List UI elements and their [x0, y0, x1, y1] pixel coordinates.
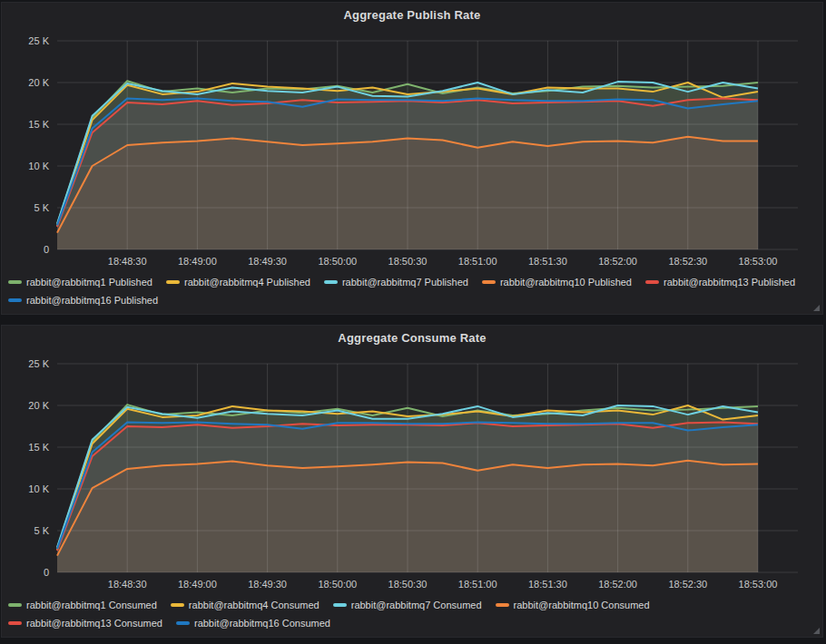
legend-series-swatch-icon [8, 298, 22, 302]
time-series-chart[interactable]: 05 K10 K15 K20 K25 K18:48:3018:49:0018:4… [2, 326, 822, 596]
x-axis-tick-label: 18:50:30 [388, 256, 428, 267]
y-axis-tick-label: 20 K [28, 77, 49, 88]
x-axis-tick-label: 18:49:30 [248, 256, 287, 267]
x-axis-tick-label: 18:52:00 [598, 256, 637, 267]
x-axis-tick-label: 18:53:00 [739, 579, 778, 590]
legend-series-swatch-icon [8, 603, 22, 607]
legend-series-swatch-icon [166, 280, 180, 284]
x-axis-tick-label: 18:48:30 [108, 579, 147, 590]
legend-item[interactable]: rabbit@rabbitmq10 Consumed [496, 597, 650, 612]
legend-item[interactable]: rabbit@rabbitmq4 Published [166, 274, 310, 289]
y-axis-tick-label: 25 K [28, 358, 49, 369]
legend-item[interactable]: rabbit@rabbitmq7 Consumed [333, 597, 482, 612]
x-axis-tick-label: 18:50:00 [318, 579, 357, 590]
legend-item[interactable]: rabbit@rabbitmq16 Published [8, 292, 158, 307]
legend-item[interactable]: rabbit@rabbitmq1 Published [8, 274, 152, 289]
legend-series-label: rabbit@rabbitmq16 Consumed [194, 618, 330, 629]
legend-series-swatch-icon [176, 621, 190, 625]
legend-item[interactable]: rabbit@rabbitmq7 Published [324, 274, 468, 289]
legend-series-swatch-icon [645, 280, 659, 284]
legend-series-swatch-icon [496, 603, 509, 607]
x-axis-tick-label: 18:51:00 [458, 256, 497, 267]
y-axis-tick-label: 5 K [34, 525, 49, 536]
legend-series-label: rabbit@rabbitmq13 Consumed [26, 618, 162, 629]
chart-legend: rabbit@rabbitmq1 Publishedrabbit@rabbitm… [8, 274, 810, 307]
legend-series-label: rabbit@rabbitmq10 Published [500, 277, 632, 288]
legend-series-label: rabbit@rabbitmq1 Published [26, 277, 152, 288]
x-axis-tick-label: 18:52:00 [598, 579, 637, 590]
legend-item[interactable]: rabbit@rabbitmq16 Consumed [176, 615, 330, 630]
x-axis-tick-label: 18:51:30 [528, 256, 567, 267]
y-axis-tick-label: 0 [44, 567, 49, 578]
legend-series-swatch-icon [8, 621, 22, 625]
x-axis-tick-label: 18:49:30 [248, 579, 287, 590]
legend-series-label: rabbit@rabbitmq4 Published [184, 277, 310, 288]
y-axis-tick-label: 10 K [28, 483, 49, 494]
legend-item[interactable]: rabbit@rabbitmq13 Consumed [8, 615, 162, 630]
x-axis-tick-label: 18:51:00 [458, 579, 497, 590]
legend-series-swatch-icon [324, 280, 338, 284]
y-axis-tick-label: 25 K [28, 35, 49, 46]
panel-aggregate-publish-rate: Aggregate Publish Rate 05 K10 K15 K20 K2… [1, 2, 823, 315]
x-axis-tick-label: 18:50:30 [388, 579, 428, 590]
legend-series-label: rabbit@rabbitmq7 Published [342, 277, 468, 288]
y-axis-tick-label: 20 K [28, 400, 49, 411]
legend-series-label: rabbit@rabbitmq13 Published [664, 277, 795, 288]
legend-series-swatch-icon [333, 603, 347, 607]
legend-series-swatch-icon [482, 280, 496, 284]
legend-series-label: rabbit@rabbitmq7 Consumed [351, 600, 482, 610]
chart-legend: rabbit@rabbitmq1 Consumedrabbit@rabbitmq… [8, 597, 810, 630]
y-axis-tick-label: 10 K [28, 161, 49, 171]
legend-series-swatch-icon [171, 603, 184, 607]
x-axis-tick-label: 18:48:30 [108, 256, 147, 267]
legend-series-label: rabbit@rabbitmq10 Consumed [514, 600, 650, 610]
y-axis-tick-label: 0 [44, 244, 49, 255]
x-axis-tick-label: 18:49:00 [178, 579, 217, 590]
time-series-chart[interactable]: 05 K10 K15 K20 K25 K18:48:3018:49:0018:4… [2, 3, 822, 273]
legend-series-label: rabbit@rabbitmq1 Consumed [26, 600, 157, 610]
y-axis-tick-label: 15 K [28, 119, 49, 130]
x-axis-tick-label: 18:53:00 [739, 256, 778, 267]
panel-resize-handle-icon[interactable] [813, 305, 820, 311]
x-axis-tick-label: 18:52:30 [668, 256, 707, 267]
legend-item[interactable]: rabbit@rabbitmq13 Published [645, 274, 795, 289]
panel-aggregate-consume-rate: Aggregate Consume Rate 05 K10 K15 K20 K2… [1, 325, 823, 638]
legend-item[interactable]: rabbit@rabbitmq10 Published [482, 274, 632, 289]
legend-item[interactable]: rabbit@rabbitmq1 Consumed [8, 597, 157, 612]
x-axis-tick-label: 18:52:30 [668, 579, 707, 590]
x-axis-tick-label: 18:49:00 [178, 256, 217, 267]
y-axis-tick-label: 15 K [28, 442, 49, 453]
y-axis-tick-label: 5 K [34, 202, 49, 213]
legend-series-label: rabbit@rabbitmq4 Consumed [189, 600, 320, 610]
panel-resize-handle-icon[interactable] [813, 628, 820, 634]
legend-series-swatch-icon [8, 280, 22, 284]
legend-series-label: rabbit@rabbitmq16 Published [26, 295, 158, 306]
x-axis-tick-label: 18:51:30 [528, 579, 567, 590]
legend-item[interactable]: rabbit@rabbitmq4 Consumed [171, 597, 320, 612]
x-axis-tick-label: 18:50:00 [318, 256, 357, 267]
